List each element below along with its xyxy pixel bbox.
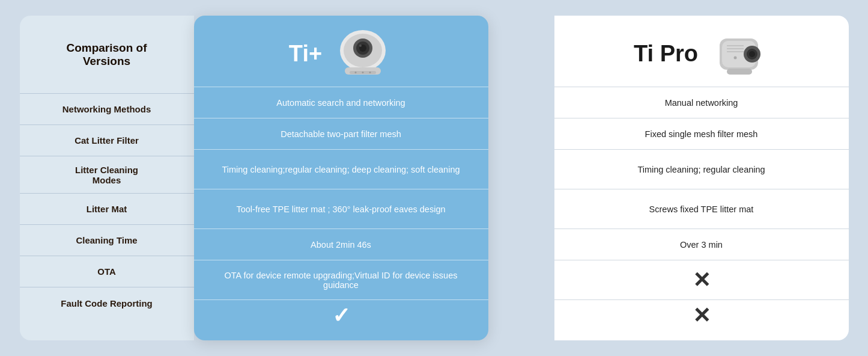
ti-pro-row-cleaning-modes: Timing cleaning; regular cleaning xyxy=(554,149,849,189)
ti-plus-litter-mat-text: Tool-free TPE litter mat ; 360° leak-pro… xyxy=(236,204,445,214)
ti-pro-row-networking: Manual networking xyxy=(554,87,849,118)
ti-pro-fault-x-icon: ✕ xyxy=(693,303,711,328)
sidebar-row-networking: Networking Methods xyxy=(20,94,194,125)
ti-plus-row-fault-code: ✓ xyxy=(194,299,488,331)
sidebar-label-ota: OTA xyxy=(97,266,116,277)
svg-point-19 xyxy=(734,57,737,60)
sidebar-row-fault-code: Fault Code Reporting xyxy=(20,287,194,319)
sidebar-label-filter: Cat Litter Filter xyxy=(74,135,139,146)
ti-plus-networking-text: Automatic search and networking xyxy=(276,98,405,108)
ti-pro-ota-x-icon: ✕ xyxy=(693,268,711,293)
sidebar: Comparison of Versions Networking Method… xyxy=(20,16,194,340)
ti-plus-title: Ti+ xyxy=(289,41,322,67)
ti-pro-title: Ti Pro xyxy=(634,41,698,67)
comparison-title: Comparison of Versions xyxy=(66,41,147,68)
svg-point-9 xyxy=(362,72,364,73)
ti-plus-row-cleaning-modes: Timing cleaning;regular cleaning; deep c… xyxy=(194,149,488,189)
ti-plus-filter-text: Detachable two-part filter mesh xyxy=(281,129,401,139)
ti-plus-cleaning-modes-text: Timing cleaning;regular cleaning; deep c… xyxy=(222,165,460,174)
ti-pro-networking-text: Manual networking xyxy=(665,98,738,108)
ti-pro-litter-mat-text: Screws fixed TPE litter mat xyxy=(649,204,754,214)
ti-pro-header: Ti Pro xyxy=(554,16,849,87)
ti-pro-column: Ti Pro Manual netwo xyxy=(554,16,849,340)
ti-plus-ota-text: OTA for device remote upgrading;Virtual … xyxy=(211,271,472,290)
sidebar-header: Comparison of Versions xyxy=(20,16,194,94)
sidebar-row-cleaning-modes: Litter Cleaning Modes xyxy=(20,156,194,194)
ti-plus-row-ota: OTA for device remote upgrading;Virtual … xyxy=(194,260,488,299)
ti-pro-cleaning-modes-text: Timing cleaning; regular cleaning xyxy=(637,165,765,174)
ti-plus-row-filter: Detachable two-part filter mesh xyxy=(194,118,488,149)
sidebar-label-fault-code: Fault Code Reporting xyxy=(61,298,153,308)
sidebar-row-cleaning-time: Cleaning Time xyxy=(20,225,194,256)
svg-point-5 xyxy=(359,44,362,47)
ti-plus-row-cleaning-time: About 2min 46s xyxy=(194,229,488,260)
sidebar-row-ota: OTA xyxy=(20,256,194,287)
sidebar-row-filter: Cat Litter Filter xyxy=(20,125,194,156)
svg-point-15 xyxy=(749,51,755,57)
ti-plus-row-litter-mat: Tool-free TPE litter mat ; 360° leak-pro… xyxy=(194,189,488,229)
svg-point-8 xyxy=(355,72,357,73)
ti-plus-header: Ti+ xyxy=(194,16,488,87)
ti-pro-row-cleaning-time: Over 3 min xyxy=(554,229,849,260)
ti-plus-device-image xyxy=(333,26,393,81)
ti-plus-column: Ti+ Automatic searc xyxy=(194,16,488,340)
ti-pro-device-image xyxy=(709,26,769,81)
ti-pro-row-filter: Fixed single mesh filter mesh xyxy=(554,118,849,149)
svg-point-10 xyxy=(369,72,371,73)
ti-pro-row-litter-mat: Screws fixed TPE litter mat xyxy=(554,189,849,229)
sidebar-row-litter-mat: Litter Mat xyxy=(20,194,194,225)
ti-pro-rows: Manual networking Fixed single mesh filt… xyxy=(554,87,849,340)
ti-pro-row-fault-code: ✕ xyxy=(554,299,849,331)
svg-rect-20 xyxy=(727,69,752,75)
ti-plus-cleaning-time-text: About 2min 46s xyxy=(311,240,371,250)
sidebar-label-networking: Networking Methods xyxy=(62,104,151,114)
ti-plus-row-networking: Automatic search and networking xyxy=(194,87,488,118)
sidebar-label-cleaning-modes: Litter Cleaning Modes xyxy=(75,165,138,185)
ti-pro-filter-text: Fixed single mesh filter mesh xyxy=(645,129,758,139)
sidebar-label-litter-mat: Litter Mat xyxy=(86,204,127,214)
comparison-table: Comparison of Versions Networking Method… xyxy=(20,16,849,340)
sidebar-label-cleaning-time: Cleaning Time xyxy=(76,235,137,245)
ti-plus-checkmark-icon: ✓ xyxy=(332,303,350,328)
ti-plus-rows: Automatic search and networking Detachab… xyxy=(194,87,488,340)
ti-pro-row-ota: ✕ xyxy=(554,260,849,299)
ti-pro-cleaning-time-text: Over 3 min xyxy=(680,240,723,250)
